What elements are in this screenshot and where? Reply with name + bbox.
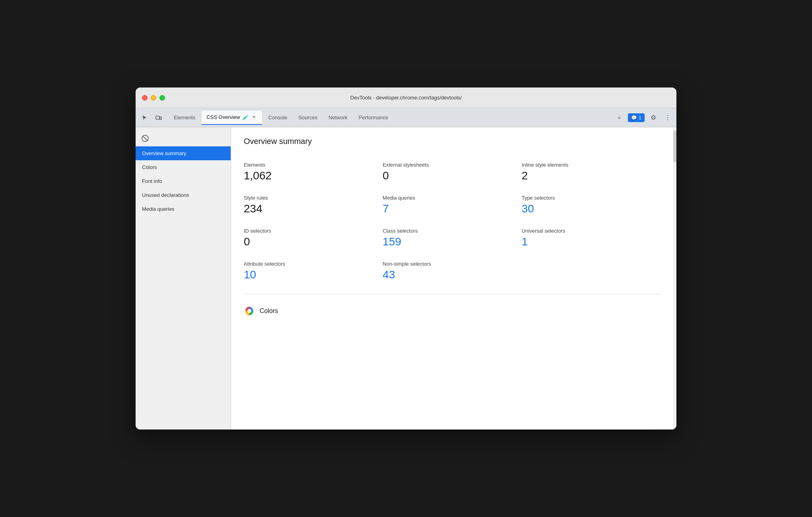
tab-bar: Elements CSS Overview 🧪 ✕ Console Source… <box>136 108 676 127</box>
content-inner: Overview summary Elements 1,062 External… <box>231 127 676 334</box>
colors-icon <box>244 305 255 317</box>
cursor-icon[interactable] <box>139 112 150 123</box>
sidebar-item-media-queries[interactable]: Media queries <box>136 202 231 216</box>
maximize-button[interactable] <box>159 95 165 101</box>
main-content[interactable]: Overview summary Elements 1,062 External… <box>231 127 676 430</box>
tab-console[interactable]: Console <box>264 111 292 125</box>
tab-bar-tools <box>139 112 164 123</box>
browser-window: DevTools - developer.chrome.com/tags/dev… <box>136 87 676 430</box>
scrollbar[interactable] <box>673 127 676 430</box>
sidebar: Overview summary Colors Font info Unused… <box>136 127 231 430</box>
devtools-content: Overview summary Colors Font info Unused… <box>136 127 676 430</box>
section-divider <box>244 294 660 294</box>
page-title: Overview summary <box>244 137 660 146</box>
tab-css-overview[interactable]: CSS Overview 🧪 ✕ <box>202 111 262 125</box>
traffic-lights <box>142 95 165 101</box>
experiment-icon: 🧪 <box>243 115 249 120</box>
stat-attribute-selectors[interactable]: Attribute selectors 10 <box>244 255 383 288</box>
tab-elements[interactable]: Elements <box>169 111 200 125</box>
svg-rect-1 <box>160 117 161 119</box>
tab-close-icon[interactable]: ✕ <box>251 114 257 121</box>
block-icon[interactable] <box>139 132 152 145</box>
colors-section: Colors <box>244 297 660 325</box>
stat-id-selectors: ID selectors 0 <box>244 222 383 255</box>
sidebar-item-unused-declarations[interactable]: Unused declarations <box>136 188 231 202</box>
tab-network[interactable]: Network <box>324 111 352 125</box>
tab-sources[interactable]: Sources <box>293 111 322 125</box>
stats-grid: Elements 1,062 External stylesheets 0 In… <box>244 155 660 288</box>
tab-bar-right: » 💬 1 ⚙ ⋮ <box>614 112 673 123</box>
more-options-icon[interactable]: ⋮ <box>662 112 673 123</box>
close-button[interactable] <box>142 95 148 101</box>
sidebar-item-colors[interactable]: Colors <box>136 160 231 174</box>
window-title: DevTools - developer.chrome.com/tags/dev… <box>350 95 462 101</box>
stat-class-selectors[interactable]: Class selectors 159 <box>383 222 521 255</box>
stat-universal-selectors[interactable]: Universal selectors 1 <box>522 222 660 255</box>
more-tabs-icon[interactable]: » <box>614 112 625 123</box>
title-bar: DevTools - developer.chrome.com/tags/dev… <box>136 87 676 108</box>
sidebar-item-font-info[interactable]: Font info <box>136 174 231 188</box>
device-toggle-icon[interactable] <box>153 112 164 123</box>
stat-inline-style-elements: Inline style elements 2 <box>522 155 660 189</box>
chat-icon: 💬 <box>631 115 637 121</box>
stat-non-simple-selectors[interactable]: Non-simple selectors 43 <box>383 255 521 288</box>
svg-line-3 <box>143 136 148 141</box>
settings-icon[interactable]: ⚙ <box>648 112 659 123</box>
css-overview-label: CSS Overview <box>206 114 240 120</box>
svg-point-5 <box>247 309 251 313</box>
notification-button[interactable]: 💬 1 <box>628 113 645 122</box>
tab-performance[interactable]: Performance <box>354 111 393 125</box>
scrollbar-thumb[interactable] <box>673 130 676 162</box>
stat-media-queries[interactable]: Media queries 7 <box>383 189 521 222</box>
sidebar-item-overview-summary[interactable]: Overview summary <box>136 146 231 160</box>
stat-elements: Elements 1,062 <box>244 155 383 189</box>
stat-empty <box>522 255 660 288</box>
stat-style-rules: Style rules 234 <box>244 189 383 222</box>
stat-external-stylesheets: External stylesheets 0 <box>383 155 521 189</box>
minimize-button[interactable] <box>151 95 156 101</box>
svg-rect-0 <box>156 116 159 119</box>
stat-type-selectors[interactable]: Type selectors 30 <box>522 189 660 222</box>
colors-title: Colors <box>260 307 278 315</box>
